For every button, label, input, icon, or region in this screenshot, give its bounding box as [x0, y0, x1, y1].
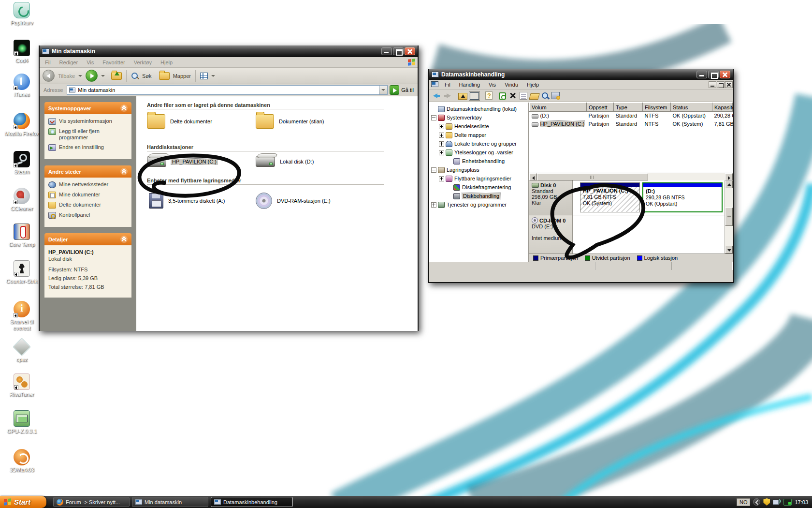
file-item-documents-stian[interactable]: Dokumenter (stian): [256, 114, 364, 129]
tree-item-disk-management[interactable]: Diskbehandling: [429, 192, 528, 200]
menu-vindu[interactable]: Vindu: [500, 80, 522, 89]
folders-button-icon[interactable]: [159, 72, 170, 80]
menu-hjelp[interactable]: Hjelp: [522, 80, 543, 89]
forward-icon[interactable]: [443, 91, 452, 100]
forward-dropdown-icon[interactable]: [101, 75, 105, 77]
partition-c-block[interactable]: HP_PAVILION (C:)7,81 GB NTFSOK (System): [580, 182, 640, 212]
column-header-type[interactable]: Type: [614, 103, 643, 112]
task-button-computer-management[interactable]: Datamaskinbehandling: [211, 497, 293, 507]
column-header-oppsett[interactable]: Oppsett: [587, 103, 614, 112]
expand-expander[interactable]: [431, 202, 436, 208]
sidebar-item-my-documents[interactable]: Mine dokumenter: [48, 192, 129, 198]
other-places-header[interactable]: Andre steder: [44, 165, 131, 178]
minimize-button[interactable]: [381, 47, 392, 55]
expand-expander[interactable]: [439, 133, 444, 138]
tree-item-shared-folders[interactable]: Delte mapper: [429, 131, 528, 139]
collapse-expander[interactable]: [431, 167, 436, 173]
tray-collapse-icon[interactable]: [753, 498, 760, 506]
menu-vis[interactable]: Vis: [484, 80, 500, 89]
network-icon[interactable]: [773, 499, 781, 505]
minimize-button[interactable]: [696, 71, 707, 78]
scrollbar-thumb[interactable]: [725, 208, 733, 226]
column-header-kapasitet[interactable]: Kapasitet: [712, 103, 733, 112]
delete-icon[interactable]: [508, 91, 517, 100]
scroll-up-button[interactable]: [725, 180, 733, 188]
expand-expander[interactable]: [439, 176, 444, 181]
desktop-icon-3dmark[interactable]: 3DMark03: [1, 449, 43, 473]
desktop-icon-rivatuner[interactable]: RivaTuner: [1, 374, 43, 398]
maximize-button[interactable]: [708, 71, 719, 78]
menu-fil[interactable]: Fil: [41, 58, 55, 67]
menu-hjelp[interactable]: Hjelp: [156, 58, 177, 67]
tree-item-event-viewer[interactable]: Hendelsesliste: [429, 122, 528, 131]
desktop-icon-cpuz[interactable]: cpuz: [1, 339, 43, 363]
tree-item-services[interactable]: Tjenester og programmer: [429, 200, 528, 209]
desktop-icon-counter-strike[interactable]: Counter-Strik: [1, 260, 43, 284]
volume-row-d[interactable]: (D:) Partisjon Standard NTFS OK (Oppstar…: [530, 112, 733, 120]
mdi-maximize-button[interactable]: [717, 81, 725, 88]
language-indicator[interactable]: NO: [737, 498, 751, 506]
menu-handling[interactable]: Handling: [455, 80, 484, 89]
explorer-titlebar[interactable]: Min datamaskin: [40, 45, 418, 57]
sidebar-item-control-panel[interactable]: Kontrollpanel: [48, 212, 129, 219]
refresh-icon[interactable]: [499, 92, 506, 100]
scroll-left-button[interactable]: [529, 173, 537, 180]
show-tree-icon[interactable]: [470, 92, 479, 100]
horizontal-scrollbar[interactable]: [529, 173, 733, 180]
tree-item-local-users[interactable]: Lokale brukere og grupper: [429, 139, 528, 148]
tree-item-defrag[interactable]: Diskdefragmentering: [429, 183, 528, 192]
folders-button-label[interactable]: Mapper: [173, 73, 191, 79]
sidebar-item-add-remove[interactable]: Legg til eller fjern programmer: [48, 128, 129, 141]
up-level-icon[interactable]: [458, 93, 467, 100]
file-item-shared-documents[interactable]: Delte dokumenter: [147, 114, 256, 129]
collapse-chevron-icon[interactable]: [120, 236, 128, 243]
tree-item-system-tools[interactable]: Systemverktøy: [429, 113, 528, 122]
scroll-right-button[interactable]: [725, 173, 733, 180]
partition-d-block[interactable]: (D:)290,28 GB NTFSOK (Oppstart): [642, 182, 723, 212]
start-button[interactable]: Start: [0, 496, 46, 508]
desktop-icon-itunes[interactable]: iTunes: [1, 74, 43, 98]
collapse-chevron-icon[interactable]: [120, 105, 128, 112]
connection-icon[interactable]: [783, 499, 792, 506]
column-header-volum[interactable]: Volum: [530, 103, 587, 112]
menu-fil[interactable]: Fil: [440, 80, 455, 89]
menu-favoritter[interactable]: Favoritter: [98, 58, 129, 67]
properties-icon[interactable]: [520, 92, 527, 100]
task-button-my-computer[interactable]: Min datamaskin: [132, 497, 208, 507]
sidebar-item-system-info[interactable]: Vis systeminformasjon: [48, 118, 129, 125]
address-dropdown-button[interactable]: [379, 86, 387, 94]
sidebar-item-shared-documents[interactable]: Delte dokumenter: [48, 202, 129, 209]
menu-vis[interactable]: Vis: [82, 58, 98, 67]
desktop-icon-core-temp[interactable]: Core Temp: [1, 224, 43, 248]
desktop-icon-cod4[interactable]: Cod4: [1, 40, 43, 64]
back-button-label[interactable]: Tilbake: [58, 73, 75, 79]
desktop-icon-firefox[interactable]: Mozilla Firefox: [1, 113, 43, 137]
desktop-icon-recycle-bin[interactable]: Papirkurv: [1, 2, 43, 26]
tree-item-performance[interactable]: Ytelseslogger og -varsler: [429, 148, 528, 157]
disk0-info[interactable]: Disk 0 Standard 298,09 GB Klar: [529, 180, 573, 215]
collapse-chevron-icon[interactable]: [120, 168, 128, 175]
tree-item-storage[interactable]: Lagringsplass: [429, 165, 528, 174]
search-icon[interactable]: [541, 92, 549, 100]
task-button-firefox[interactable]: Forum -> Skriver nytt...: [53, 497, 130, 507]
tree-item-removable-storage[interactable]: Flyttbare lagringsmedier: [429, 174, 528, 183]
forward-button[interactable]: [86, 70, 98, 82]
column-header-status[interactable]: Status: [671, 103, 712, 112]
go-button[interactable]: Gå til: [390, 85, 416, 95]
address-value[interactable]: Min datamaskin: [78, 87, 377, 93]
drive-item-c[interactable]: HP_PAVILION (C:): [147, 156, 256, 167]
drive-item-d[interactable]: Lokal disk (D:): [256, 156, 364, 167]
back-icon[interactable]: [432, 91, 441, 100]
open-folder-icon[interactable]: [529, 93, 539, 100]
up-button[interactable]: [111, 72, 122, 80]
mdi-minimize-button[interactable]: [709, 81, 716, 88]
expand-expander[interactable]: [439, 141, 444, 147]
mdi-close-button[interactable]: [725, 81, 733, 88]
menu-verktoy[interactable]: Verktøy: [130, 58, 156, 67]
sidebar-item-network-places[interactable]: Mine nettverkssteder: [48, 181, 129, 188]
back-dropdown-icon[interactable]: [78, 75, 82, 77]
help-icon[interactable]: [485, 91, 493, 100]
address-combo[interactable]: Min datamaskin: [67, 85, 388, 95]
scrollbar-thumb[interactable]: [537, 173, 648, 180]
desktop-icon-gpuz[interactable]: GPU-Z.0.3.1: [1, 410, 43, 434]
